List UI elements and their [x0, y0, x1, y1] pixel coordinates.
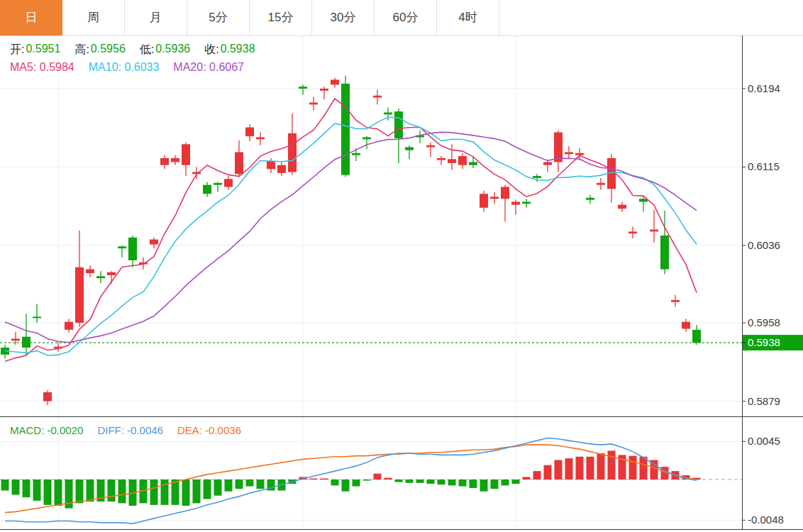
macd-bar [321, 479, 328, 480]
candle [299, 84, 307, 94]
candle [256, 133, 265, 145]
current-price-tag-label: 0.5938 [748, 336, 780, 348]
candle [565, 146, 573, 159]
candle [692, 325, 701, 345]
macd-tick-label: 0.0045 [748, 435, 780, 447]
diff-value-legend: DIFF: -0.0046 [97, 424, 163, 436]
candle [394, 109, 403, 163]
macd-bar [172, 480, 179, 505]
tab-day[interactable]: 日 [0, 0, 62, 35]
candle [671, 295, 680, 307]
macd-legend: MACD: -0.0020 DIFF: -0.0046 DEA: -0.0036 [10, 424, 241, 436]
low-label: 低: [140, 43, 154, 57]
candle [490, 192, 499, 204]
macd-bar [544, 465, 552, 480]
macd-bar [565, 458, 573, 480]
macd-bar [331, 480, 339, 485]
macd-bar [182, 480, 190, 506]
candle [448, 144, 456, 170]
candle [86, 265, 94, 277]
macd-bar [416, 480, 424, 483]
price-tick-label: 0.5879 [748, 395, 780, 407]
macd-bar [236, 480, 243, 489]
high-label: 高: [74, 43, 89, 57]
macd-bar [640, 457, 648, 480]
candle [362, 136, 371, 149]
macd-value-legend: MACD: -0.0020 [10, 424, 83, 436]
candle [203, 182, 211, 196]
candle [267, 158, 275, 173]
candle [511, 200, 520, 215]
price-tick-label: 0.5958 [748, 316, 780, 328]
candle [331, 78, 339, 88]
macd-bar [608, 450, 616, 480]
tab-30min[interactable]: 30分 [312, 0, 375, 35]
close-value: 0.5938 [221, 43, 255, 57]
macd-bar [214, 480, 222, 496]
macd-bar [1, 480, 9, 491]
macd-bar [502, 480, 509, 485]
macd-bar [459, 480, 467, 487]
tab-5min[interactable]: 5分 [187, 0, 250, 35]
macd-bar [33, 480, 41, 501]
tab-month[interactable]: 月 [125, 0, 187, 35]
macd-bar [108, 480, 116, 501]
macd-bar [161, 480, 169, 505]
macd-bar [576, 457, 584, 480]
macd-bar [629, 456, 637, 480]
candle [182, 143, 190, 177]
macd-bar [23, 480, 31, 497]
macd-bar [44, 480, 52, 505]
candle [65, 319, 73, 333]
open-label: 开: [10, 43, 24, 57]
macd-bar [597, 453, 605, 480]
price-chart-canvas[interactable]: 0.61940.61150.60360.59580.58790.0045-0.0… [0, 0, 803, 532]
macd-bar [363, 480, 371, 481]
low-value: 0.5936 [155, 43, 190, 57]
high-value: 0.5956 [91, 43, 126, 57]
macd-bar [533, 471, 541, 480]
ma5-line [5, 99, 697, 361]
tab-week[interactable]: 周 [62, 0, 125, 35]
ma5-legend: MA5: 0.5984 [10, 61, 74, 74]
macd-bar [512, 480, 520, 484]
candle [33, 304, 41, 323]
candle [416, 131, 424, 143]
macd-tick-label: -0.0048 [748, 514, 784, 526]
candle [75, 231, 84, 327]
candle [214, 182, 222, 192]
macd-bar [246, 480, 254, 487]
candle [437, 156, 445, 165]
macd-bar [555, 460, 563, 480]
candle [128, 235, 137, 267]
ma20-line [5, 132, 697, 342]
candle [277, 162, 286, 176]
candle [309, 96, 318, 111]
macd-bar [480, 480, 488, 492]
candle [426, 143, 435, 157]
macd-bar [55, 480, 62, 506]
candle [373, 89, 382, 104]
candle [618, 201, 626, 211]
macd-bar [587, 457, 594, 480]
candle [650, 210, 658, 243]
macd-bar [118, 480, 126, 503]
macd-bar [448, 480, 456, 485]
candle [150, 238, 158, 248]
tab-60min[interactable]: 60分 [375, 0, 437, 35]
tab-4hour[interactable]: 4时 [437, 0, 499, 35]
macd-bar [406, 480, 414, 483]
candle [533, 174, 541, 182]
current-price-tag: 0.5938 [742, 335, 803, 350]
candle [405, 145, 414, 160]
tab-15min[interactable]: 15分 [250, 0, 312, 35]
candle [480, 191, 488, 211]
macd-bar [374, 474, 382, 480]
price-tick-label: 0.6194 [748, 82, 780, 94]
candle [139, 257, 148, 270]
candle [522, 199, 531, 208]
candle [171, 155, 179, 165]
macd-bar [257, 480, 265, 489]
macd-bar [193, 480, 201, 503]
candle [43, 390, 52, 405]
